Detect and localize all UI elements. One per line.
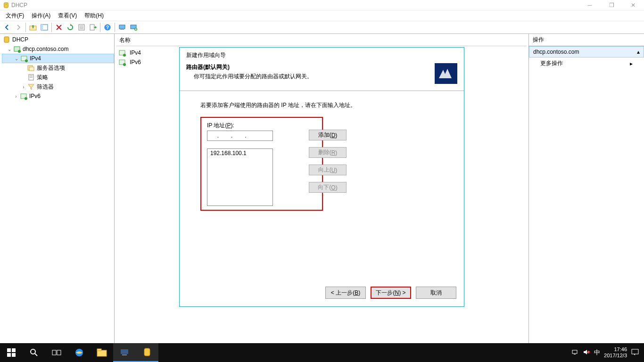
filters-icon <box>27 83 35 90</box>
tree-ipv4[interactable]: ⌄ IPv4 <box>2 54 114 63</box>
tree-panel: DHCP ⌄ dhcp.contoso.com ⌄ IPv4 服务器选项 <box>0 34 115 343</box>
svg-point-18 <box>18 50 21 53</box>
next-button[interactable]: 下一步(N) > <box>371 287 411 299</box>
svg-rect-34 <box>7 353 11 357</box>
cancel-button[interactable]: 取消 <box>416 287 456 299</box>
collapse-toggle[interactable]: ⌄ <box>14 56 19 61</box>
svg-rect-39 <box>57 350 61 355</box>
toolbar-separator <box>25 23 26 32</box>
nav-back-button[interactable] <box>2 22 12 33</box>
maximize-button[interactable]: ❐ <box>601 0 622 10</box>
properties-button[interactable] <box>76 22 87 33</box>
tree-server[interactable]: ⌄ dhcp.contoso.com <box>2 44 114 54</box>
submenu-arrow-icon: ▸ <box>630 60 633 67</box>
delete-button[interactable] <box>54 22 64 33</box>
close-button[interactable]: ✕ <box>622 0 644 10</box>
export-list-button[interactable] <box>88 22 98 33</box>
tree-label: dhcp.contoso.com <box>23 46 68 52</box>
minimize-button[interactable]: ─ <box>579 0 601 10</box>
tree-label: DHCP <box>12 36 28 43</box>
wizard-header: 路由器(默认网关) 你可指定此作用域要分配的路由器或默认网关。 <box>180 59 464 91</box>
toolbar-separator <box>115 23 115 32</box>
tray-network-icon[interactable] <box>571 348 579 357</box>
svg-point-20 <box>25 59 28 62</box>
svg-rect-45 <box>144 348 150 356</box>
actions-more[interactable]: 更多操作 ▸ <box>529 58 644 69</box>
svg-text:?: ? <box>106 25 109 30</box>
ipv6-icon <box>20 92 27 100</box>
expand-toggle[interactable]: › <box>21 84 26 90</box>
svg-rect-42 <box>97 349 101 351</box>
ip-address-input[interactable] <box>207 131 273 141</box>
menu-help[interactable]: 帮助(H) <box>81 11 107 21</box>
nav-forward-button[interactable] <box>13 22 24 33</box>
menu-view[interactable]: 查看(V) <box>54 11 81 21</box>
ipv4-icon <box>20 55 28 62</box>
task-view-button[interactable] <box>45 343 68 362</box>
wizard-title: 路由器(默认网关) <box>186 63 430 71</box>
ime-indicator[interactable]: 中 <box>594 348 600 357</box>
svg-line-37 <box>35 354 37 356</box>
remove-button[interactable]: 删除(R) <box>309 147 347 158</box>
highlight-box: IP 地址(P): 192.168.100.1 添加(D) 删除(R) 向上(U… <box>200 117 323 211</box>
svg-rect-16 <box>4 37 9 42</box>
policies-icon <box>27 74 35 81</box>
menu-action[interactable]: 操作(A) <box>28 11 54 21</box>
ip-list-entry[interactable]: 192.168.100.1 <box>210 150 270 156</box>
svg-rect-33 <box>12 348 16 352</box>
actions-header: 操作 <box>529 34 644 46</box>
svg-rect-32 <box>7 348 11 352</box>
new-scope-wizard-dialog: 新建作用域向导 路由器(默认网关) 你可指定此作用域要分配的路由器或默认网关。 … <box>179 47 464 307</box>
start-button[interactable] <box>0 343 23 362</box>
taskbar-clock[interactable]: 17:46 2017/12/3 <box>604 346 627 359</box>
ip-address-list[interactable]: 192.168.100.1 <box>207 148 273 206</box>
refresh-button[interactable] <box>65 22 75 33</box>
tree-server-options[interactable]: 服务器选项 <box>2 63 114 73</box>
search-button[interactable] <box>23 343 45 362</box>
actions-context[interactable]: dhcp.contoso.com ▴ <box>529 46 644 58</box>
tree-root-dhcp[interactable]: DHCP <box>2 35 114 44</box>
clock-time: 17:46 <box>604 346 627 353</box>
tray-volume-icon[interactable] <box>583 348 590 357</box>
actions-panel: 操作 dhcp.contoso.com ▴ 更多操作 ▸ <box>529 34 644 343</box>
dhcp-taskbar-icon[interactable] <box>136 343 158 362</box>
svg-rect-4 <box>41 25 43 30</box>
svg-rect-35 <box>12 353 16 357</box>
ipv6-icon <box>118 58 126 66</box>
ipv4-icon <box>118 49 126 57</box>
tree-label: IPv6 <box>29 93 41 99</box>
ie-taskbar-icon[interactable] <box>68 343 91 362</box>
tree-label: 服务器选项 <box>37 64 65 72</box>
tree-filters[interactable]: › 筛选器 <box>2 82 114 91</box>
wizard-prompt: 若要添加客户端使用的路由器的 IP 地址，请在下面输入地址。 <box>200 101 443 109</box>
server-manager-taskbar-icon[interactable] <box>113 343 136 362</box>
svg-rect-22 <box>29 67 34 71</box>
notifications-button[interactable] <box>631 348 639 358</box>
tree-label: 筛选器 <box>37 83 54 91</box>
manage-servers-button[interactable] <box>117 22 127 33</box>
move-up-button[interactable]: 向上(U) <box>309 165 347 175</box>
help-button[interactable]: ? <box>102 22 113 33</box>
expand-toggle[interactable]: › <box>13 93 19 99</box>
svg-rect-9 <box>90 25 94 30</box>
wizard-subtitle: 你可指定此作用域要分配的路由器或默认网关。 <box>186 73 430 81</box>
add-button[interactable]: 添加(D) <box>309 130 347 140</box>
move-down-button[interactable]: 向下(O) <box>309 182 347 193</box>
svg-rect-43 <box>121 349 128 354</box>
explorer-taskbar-icon[interactable] <box>91 343 113 362</box>
back-button[interactable]: < 上一步(B) <box>325 287 366 299</box>
server-options-icon <box>27 64 35 72</box>
svg-rect-13 <box>120 29 124 30</box>
list-item-label: IPv4 <box>130 49 141 56</box>
menu-file[interactable]: 文件(F) <box>2 11 28 21</box>
add-server-button[interactable] <box>128 22 139 33</box>
show-hide-tree-button[interactable] <box>39 22 50 33</box>
up-level-button[interactable] <box>28 22 38 33</box>
tree-ipv6[interactable]: › IPv6 <box>2 91 114 101</box>
svg-point-31 <box>123 63 126 66</box>
titlebar: DHCP ─ ❐ ✕ <box>0 0 644 10</box>
tree-policies[interactable]: 策略 <box>2 73 114 82</box>
collapse-toggle[interactable]: ⌄ <box>7 46 12 52</box>
collapse-arrow-icon: ▴ <box>637 49 640 55</box>
list-column-name[interactable]: 名称 <box>116 35 527 46</box>
